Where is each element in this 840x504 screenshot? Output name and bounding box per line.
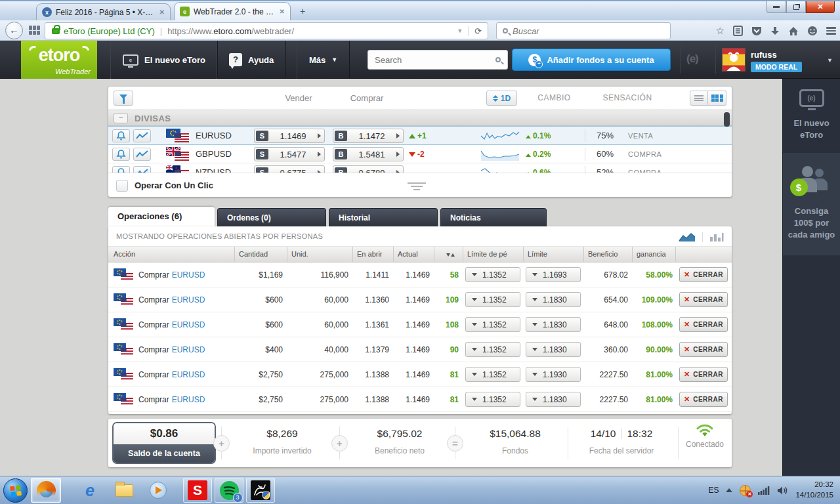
platform-search[interactable] — [368, 50, 508, 70]
close-trade-button[interactable]: ✕CERRAR — [679, 317, 728, 332]
platform-search-input[interactable] — [368, 55, 480, 65]
restore-button[interactable] — [786, 1, 806, 13]
nav-more[interactable]: Más ▼ — [297, 41, 350, 79]
taskbar-bull-app[interactable] — [246, 478, 275, 503]
header-en-abrir[interactable]: En abrir — [352, 247, 393, 262]
menu-icon[interactable] — [826, 27, 836, 35]
one-click-checkbox[interactable] — [116, 180, 128, 192]
stop-loss-dropdown[interactable]: 1.1352 — [465, 292, 520, 307]
network-error-icon[interactable]: ✕ — [740, 485, 751, 496]
alert-bell-button[interactable] — [112, 148, 130, 161]
tab2-close-icon[interactable]: ✕ — [280, 8, 285, 15]
chart-button[interactable] — [133, 166, 151, 173]
header-limite-perdida[interactable]: Límite de pé — [463, 247, 523, 262]
header-ganancia[interactable]: ganancia — [632, 247, 675, 262]
sidebar-referral[interactable]: $ Consiga 100$ por cada amigo — [783, 153, 840, 255]
filter-button[interactable] — [114, 91, 133, 106]
etoro-logo[interactable]: etoro WebTrader — [21, 41, 97, 79]
buy-price-button[interactable]: B 0.6789 — [333, 165, 404, 173]
downloads-icon[interactable] — [770, 26, 780, 36]
instrument-link[interactable]: EURUSD — [172, 270, 205, 280]
tray-language[interactable]: ES — [708, 486, 719, 495]
stop-loss-dropdown[interactable]: 1.1352 — [465, 367, 520, 382]
take-profit-dropdown[interactable]: 1.1830 — [526, 342, 581, 357]
take-profit-dropdown[interactable]: 1.1930 — [526, 367, 581, 382]
bookmark-star-icon[interactable]: ☆ — [716, 25, 724, 37]
tab-historial[interactable]: Historial — [329, 208, 438, 226]
pages-grid-icon[interactable] — [29, 26, 40, 35]
browser-search[interactable] — [496, 22, 671, 39]
site-identity[interactable]: eToro (Europe) Ltd (CY) — [64, 26, 155, 36]
market-scrollbar-thumb[interactable] — [724, 112, 730, 127]
username[interactable]: rufuss — [751, 50, 777, 60]
chart-button[interactable] — [133, 129, 151, 142]
start-button[interactable] — [3, 478, 28, 503]
header-unid[interactable]: Unid. — [287, 247, 352, 262]
tab-ordenes[interactable]: Ordenes (0) — [217, 208, 326, 226]
signal-bars-icon[interactable] — [758, 486, 770, 495]
new-tab-button[interactable]: + — [294, 5, 311, 18]
user-menu-caret-icon[interactable]: ▼ — [827, 57, 833, 64]
urlbar-dropdown-icon[interactable]: ▼ — [452, 28, 468, 34]
sell-price-button[interactable]: S 1.1469 — [254, 129, 325, 143]
sidebar-new-etoro[interactable]: (e) El nuevo eToro — [783, 79, 840, 141]
taskbar-app-s[interactable]: S — [183, 478, 212, 503]
instrument-symbol[interactable]: EURUSD — [196, 127, 232, 145]
tab1-close-icon[interactable]: ✕ — [159, 9, 165, 16]
header-limite[interactable]: Límite — [523, 247, 583, 262]
tab-noticias[interactable]: Noticias — [440, 208, 547, 226]
resize-handle-icon[interactable] — [407, 182, 427, 192]
add-funds-button[interactable]: $ Añadir fondos a su cuenta — [512, 49, 671, 71]
alert-bell-button[interactable] — [112, 166, 130, 173]
stop-loss-dropdown[interactable]: 1.1352 — [465, 342, 520, 357]
take-profit-dropdown[interactable]: 1.1830 — [526, 317, 581, 332]
close-trade-button[interactable]: ✕CERRAR — [679, 342, 728, 357]
taskbar-spotify[interactable]: 3 — [215, 478, 243, 503]
nav-new-etoro[interactable]: e El nuevo eToro — [110, 41, 218, 79]
close-trade-button[interactable]: ✕CERRAR — [679, 292, 728, 307]
close-trade-button[interactable]: ✕CERRAR — [679, 267, 728, 282]
market-row-eurusd[interactable]: EURUSD S 1.1469 B 1.1472 +1 — [108, 126, 732, 145]
home-icon[interactable] — [788, 26, 799, 36]
take-profit-dropdown[interactable]: 1.1693 — [526, 267, 581, 282]
taskbar-media-player[interactable] — [145, 478, 171, 503]
buy-price-button[interactable]: B 1.1472 — [333, 129, 404, 143]
chart-button[interactable] — [133, 148, 151, 161]
pocket-icon[interactable] — [751, 26, 762, 36]
back-button[interactable]: ← — [5, 22, 23, 39]
list-view-toggle[interactable] — [690, 91, 708, 106]
collapse-group-button[interactable]: − — [114, 113, 128, 123]
header-actual[interactable]: Actual — [393, 247, 434, 262]
header-cantidad[interactable]: Cantidad — [234, 247, 287, 262]
sell-price-button[interactable]: S 0.6775 — [254, 165, 325, 173]
instrument-link[interactable]: EURUSD — [172, 395, 205, 404]
browser-search-input[interactable] — [513, 26, 644, 36]
tray-expand-icon[interactable] — [726, 488, 732, 492]
take-profit-dropdown[interactable]: 1.1830 — [526, 392, 581, 407]
instrument-link[interactable]: EURUSD — [172, 370, 205, 379]
nav-help[interactable]: ? Ayuda — [217, 41, 286, 79]
taskbar-explorer[interactable] — [111, 478, 137, 503]
bookmarks-menu-icon[interactable] — [733, 26, 743, 36]
minimize-button[interactable] — [766, 1, 786, 13]
timeframe-button[interactable]: 1D — [486, 91, 517, 106]
header-beneficio[interactable]: Beneficio — [583, 247, 632, 262]
tray-clock[interactable]: 20:32 14/10/2015 — [795, 480, 833, 500]
tab-operaciones[interactable]: Operaciones (6) — [108, 207, 215, 226]
taskbar-firefox[interactable] — [31, 478, 61, 503]
column-chart-toggle-icon[interactable] — [709, 232, 724, 242]
messenger-icon[interactable] — [807, 26, 818, 36]
header-accion[interactable]: Acción — [108, 247, 234, 262]
instrument-link[interactable]: EURUSD — [172, 320, 205, 329]
buy-price-button[interactable]: B 1.5481 — [333, 147, 404, 161]
close-trade-button[interactable]: ✕CERRAR — [679, 367, 728, 382]
url-bar[interactable]: eToro (Europe) Ltd (CY) | https://www.et… — [45, 22, 488, 39]
browser-tab-1[interactable]: x Feliz 2016 - Página 5 • X-Tr... ✕ — [36, 3, 171, 20]
taskbar-internet-explorer[interactable]: e — [77, 478, 103, 503]
market-row-nzdusd[interactable]: NZDUSD S 0.6775 B 0.6789 0.6% — [108, 163, 732, 173]
instrument-symbol[interactable]: NZDUSD — [196, 163, 231, 173]
avatar[interactable] — [722, 48, 746, 72]
instrument-link[interactable]: EURUSD — [172, 295, 205, 304]
instrument-symbol[interactable]: GBPUSD — [196, 145, 232, 163]
alert-bell-button[interactable] — [112, 129, 130, 142]
